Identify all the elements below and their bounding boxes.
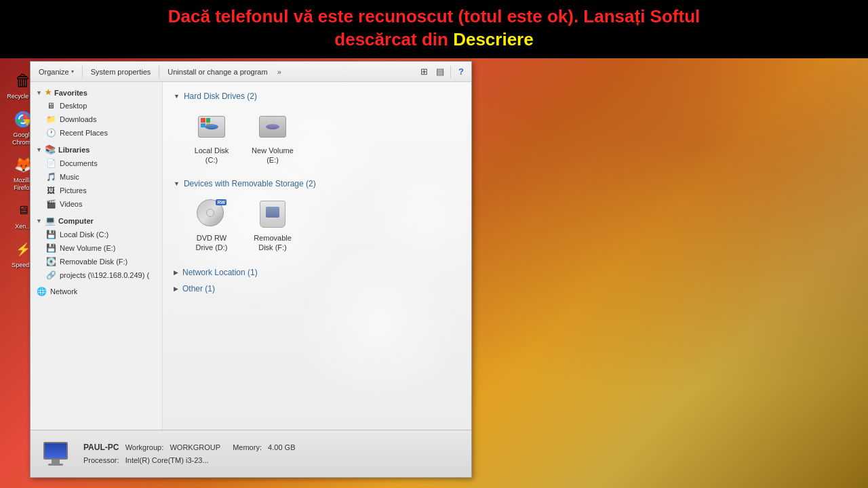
hard-disk-drives-grid: Local Disk (C:) New Volume (E:) <box>174 108 460 168</box>
computer-name: PAUL-PC <box>83 443 119 452</box>
dvd-rw-badge: RW <box>216 199 226 205</box>
workgroup-value: WORKGROUP <box>170 443 220 451</box>
local-disk-c-drive-label: Local Disk (C:) <box>195 146 229 165</box>
workgroup-label: Workgroup: <box>125 443 164 451</box>
hard-disk-section-header: ▼ Hard Disk Drives (2) <box>174 92 460 101</box>
sidebar-section-libraries: ▼ 📚 Libraries 📄 Documents 🎵 Music 🖼 Pict… <box>31 142 162 211</box>
sidebar-libraries-header[interactable]: ▼ 📚 Libraries <box>31 142 162 157</box>
pictures-label: Pictures <box>60 186 87 195</box>
processor-label: Processor: <box>83 456 119 464</box>
other-section-title[interactable]: Other (1) <box>182 284 215 293</box>
organize-chevron-icon: ▾ <box>71 68 74 75</box>
sidebar-item-music[interactable]: 🎵 Music <box>31 170 162 184</box>
top-banner: Dacă telefonul vă este recunoscut (totul… <box>0 0 868 58</box>
system-properties-label: System properties <box>91 68 151 76</box>
drive-item-dvd-rw[interactable]: RW DVD RW Drive (D:) <box>184 195 239 256</box>
desktop-item-label: Desktop <box>60 102 87 110</box>
removable-section-header: ▼ Devices with Removable Storage (2) <box>174 179 460 188</box>
view-list-button[interactable]: ▤ <box>433 64 448 79</box>
new-volume-e-drive-label: New Volume (E:) <box>248 146 297 165</box>
uninstall-label: Uninstall or change a program <box>167 68 267 76</box>
libraries-arrow-icon: ▼ <box>36 146 42 153</box>
sidebar-item-videos[interactable]: 🎬 Videos <box>31 197 162 211</box>
recent-places-label: Recent Places <box>60 129 108 137</box>
favorites-star-icon: ★ <box>45 88 52 97</box>
hdd-shape-c <box>198 116 225 138</box>
removable-section-title[interactable]: Devices with Removable Storage (2) <box>184 179 316 188</box>
local-disk-c-drive-icon <box>195 110 228 143</box>
toolbar: Organize ▾ System properties Uninstall o… <box>31 62 471 82</box>
sidebar-item-projects[interactable]: 🔗 projects (\\192.168.0.249) ( <box>31 268 162 282</box>
dvd-rw-drive-label: DVD RW Drive (D:) <box>187 233 236 253</box>
sidebar: ▼ ★ Favorites 🖥 Desktop 📁 Downloads 🕐 Re… <box>31 82 163 430</box>
removable-disk-f-label: Removable Disk (F:) <box>60 258 127 266</box>
sidebar-item-new-volume-e[interactable]: 💾 New Volume (E:) <box>31 241 162 255</box>
drive-item-new-volume-e[interactable]: New Volume (E:) <box>245 108 300 168</box>
local-disk-c-label: Local Disk (C:) <box>60 230 108 239</box>
uninstall-button[interactable]: Uninstall or change a program <box>162 64 273 79</box>
sidebar-computer-header[interactable]: ▼ 💻 Computer <box>31 214 162 228</box>
sidebar-item-desktop[interactable]: 🖥 Desktop <box>31 99 162 113</box>
sidebar-item-recent-places[interactable]: 🕐 Recent Places <box>31 126 162 140</box>
sidebar-item-pictures[interactable]: 🖼 Pictures <box>31 184 162 197</box>
monitor-icon-shape <box>43 442 68 466</box>
status-bar: PAUL-PC Workgroup: WORKGROUP Memory: 4.0… <box>31 430 471 477</box>
status-info-text: PAUL-PC Workgroup: WORKGROUP Memory: 4.0… <box>83 441 463 467</box>
new-volume-e-drive-icon <box>256 110 289 143</box>
banner-line2: descărcat din Descriere <box>14 28 854 52</box>
pictures-icon: 🖼 <box>45 185 56 196</box>
hdd-shape-e <box>259 116 286 138</box>
system-properties-button[interactable]: System properties <box>85 64 157 79</box>
content-pane: ▼ Hard Disk Drives (2) <box>163 82 471 430</box>
memory-value: 4.00 GB <box>268 443 295 451</box>
desktop-folder-icon: 🖥 <box>45 100 56 111</box>
music-label: Music <box>60 173 79 181</box>
downloads-item-label: Downloads <box>60 115 96 123</box>
dvd-shape: RW <box>197 199 226 229</box>
sidebar-section-computer: ▼ 💻 Computer 💾 Local Disk (C:) 💾 New Vol… <box>31 214 162 282</box>
dvd-rw-drive-icon: RW <box>195 198 228 230</box>
removable-shape <box>260 201 285 228</box>
status-line2: Processor: Intel(R) Core(TM) i3-23... <box>83 454 463 467</box>
drive-item-local-disk-c[interactable]: Local Disk (C:) <box>184 108 239 168</box>
projects-icon: 🔗 <box>45 270 56 281</box>
windows-logo-icon <box>201 118 210 127</box>
win-logo-blue <box>201 123 205 128</box>
network-icon: 🌐 <box>36 286 47 297</box>
xen-label: Xen... <box>15 223 31 230</box>
computer-status-icon <box>39 437 73 471</box>
hard-disk-section-title[interactable]: Hard Disk Drives (2) <box>184 92 257 101</box>
hard-disk-expand-icon: ▼ <box>174 93 180 100</box>
sidebar-item-documents[interactable]: 📄 Documents <box>31 157 162 170</box>
recent-places-icon: 🕐 <box>45 127 56 138</box>
sidebar-item-removable-disk-f[interactable]: 💽 Removable Disk (F:) <box>31 255 162 268</box>
toolbar-right-buttons: ⊞ ▤ ? <box>416 64 469 79</box>
sidebar-item-network[interactable]: 🌐 Network <box>31 285 162 298</box>
sidebar-section-favorites: ▼ ★ Favorites 🖥 Desktop 📁 Downloads 🕐 Re… <box>31 86 162 140</box>
documents-icon: 📄 <box>45 158 56 169</box>
win-logo-yellow <box>206 123 211 128</box>
help-button[interactable]: ? <box>454 64 469 79</box>
favorites-arrow-icon: ▼ <box>36 89 42 96</box>
projects-label: projects (\\192.168.0.249) ( <box>60 271 149 279</box>
banner-line2-prefix: descărcat din <box>334 29 453 49</box>
toolbar-more-button[interactable]: » <box>275 66 284 77</box>
organize-button[interactable]: Organize ▾ <box>33 64 79 79</box>
banner-line2-highlight: Descriere <box>453 29 534 49</box>
sidebar-favorites-header[interactable]: ▼ ★ Favorites <box>31 86 162 99</box>
removable-disk-f-drive-icon <box>256 198 289 230</box>
network-location-section: ▶ Network Location (1) <box>174 266 460 279</box>
toolbar-separator-1 <box>82 66 83 78</box>
sidebar-item-downloads[interactable]: 📁 Downloads <box>31 113 162 126</box>
view-tiles-button[interactable]: ⊞ <box>416 64 431 79</box>
removable-disk-f-icon: 💽 <box>45 256 56 267</box>
other-section: ▶ Other (1) <box>174 282 460 296</box>
network-location-title[interactable]: Network Location (1) <box>182 268 258 277</box>
local-disk-c-icon: 💾 <box>45 229 56 240</box>
organize-label: Organize <box>39 68 69 76</box>
toolbar-separator-3 <box>450 66 451 78</box>
drive-item-removable-disk-f[interactable]: Removable Disk (F:) <box>245 195 300 256</box>
music-icon: 🎵 <box>45 171 56 182</box>
sidebar-item-local-disk-c[interactable]: 💾 Local Disk (C:) <box>31 228 162 241</box>
processor-value: Intel(R) Core(TM) i3-23... <box>125 456 209 464</box>
